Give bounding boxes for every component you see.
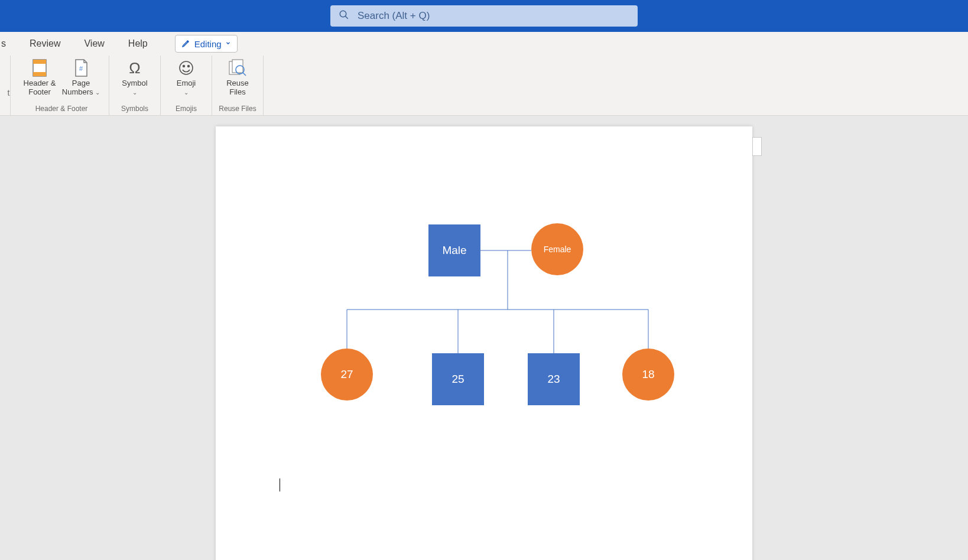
header-footer-icon bbox=[31, 58, 48, 78]
diagram-node-male-label: Male bbox=[442, 244, 466, 257]
editing-label: Editing bbox=[194, 39, 222, 49]
chevron-down-icon: ⌄ bbox=[184, 89, 189, 96]
diagram-node-23-label: 23 bbox=[547, 373, 560, 386]
diagram-node-23[interactable]: 23 bbox=[528, 353, 580, 405]
diagram-node-25[interactable]: 25 bbox=[432, 353, 484, 405]
cmd-header-footer[interactable]: Header & Footer bbox=[20, 58, 59, 97]
ribbon-commands: t Header & Footer # Page Numbers ⌄ Heade… bbox=[0, 56, 968, 116]
cmd-reuse-files[interactable]: Reuse Files bbox=[218, 58, 257, 97]
search-input[interactable] bbox=[358, 10, 629, 22]
svg-line-1 bbox=[345, 16, 348, 19]
document-area[interactable]: Male Female 27 25 23 18 bbox=[0, 116, 968, 560]
svg-rect-3 bbox=[33, 60, 46, 64]
diagram-node-18[interactable]: 18 bbox=[622, 349, 674, 401]
group-symbols-label: Symbols bbox=[109, 105, 160, 114]
search-box[interactable] bbox=[330, 5, 638, 27]
tab-help[interactable]: Help bbox=[126, 36, 150, 51]
svg-point-6 bbox=[180, 61, 193, 74]
tab-review[interactable]: Review bbox=[27, 36, 63, 51]
cmd-emoji[interactable]: Emoji⌄ bbox=[167, 58, 206, 97]
cmd-emoji-label: Emoji bbox=[177, 79, 196, 87]
group-reuse-files-label: Reuse Files bbox=[212, 105, 263, 114]
text-cursor bbox=[280, 478, 280, 491]
chevron-down-icon: ⌄ bbox=[132, 89, 137, 96]
group-emojis-label: Emojis bbox=[161, 105, 212, 114]
ribbon-tabs: s Review View Help Editing bbox=[0, 32, 968, 56]
diagram-node-25-label: 25 bbox=[451, 373, 464, 386]
page-numbers-icon: # bbox=[73, 58, 89, 78]
search-icon bbox=[339, 9, 349, 22]
page-side-tab[interactable] bbox=[752, 137, 762, 156]
svg-line-12 bbox=[243, 73, 246, 76]
reuse-files-icon bbox=[228, 58, 247, 78]
ribbon-left-edge: t bbox=[7, 56, 11, 115]
cmd-header-footer-label: Header & Footer bbox=[20, 79, 59, 97]
editing-mode-button[interactable]: Editing bbox=[175, 35, 238, 53]
tab-partial[interactable]: s bbox=[0, 36, 8, 51]
svg-point-0 bbox=[340, 11, 346, 17]
cmd-page-numbers-label: Page Numbers bbox=[62, 79, 93, 96]
cmd-reuse-files-label: Reuse Files bbox=[218, 79, 257, 97]
document-page[interactable]: Male Female 27 25 23 18 bbox=[216, 126, 752, 560]
chevron-down-icon: ⌄ bbox=[95, 89, 100, 96]
diagram-node-27-label: 27 bbox=[340, 368, 353, 381]
svg-text:#: # bbox=[79, 65, 83, 72]
group-emojis: Emoji⌄ Emojis bbox=[161, 56, 212, 115]
cmd-symbol-label: Symbol bbox=[122, 79, 147, 87]
diagram-node-female-label: Female bbox=[544, 245, 571, 254]
svg-point-8 bbox=[188, 66, 190, 67]
group-symbols: Ω Symbol⌄ Symbols bbox=[109, 56, 161, 115]
svg-rect-4 bbox=[33, 72, 46, 76]
svg-point-7 bbox=[183, 66, 185, 67]
chevron-down-icon bbox=[225, 40, 231, 47]
group-header-footer: Header & Footer # Page Numbers ⌄ Header … bbox=[14, 56, 109, 115]
group-header-footer-label: Header & Footer bbox=[14, 105, 109, 114]
diagram-node-male[interactable]: Male bbox=[428, 224, 480, 276]
diagram-canvas[interactable]: Male Female 27 25 23 18 bbox=[216, 126, 752, 540]
omega-icon: Ω bbox=[129, 58, 140, 78]
diagram-node-27[interactable]: 27 bbox=[321, 349, 373, 401]
cmd-symbol[interactable]: Ω Symbol⌄ bbox=[115, 58, 154, 97]
diagram-connectors bbox=[216, 126, 752, 540]
group-reuse-files: Reuse Files Reuse Files bbox=[212, 56, 264, 115]
diagram-node-18-label: 18 bbox=[642, 368, 654, 381]
emoji-icon bbox=[178, 58, 194, 78]
title-bar bbox=[0, 0, 968, 32]
diagram-node-female[interactable]: Female bbox=[531, 223, 583, 275]
cmd-page-numbers[interactable]: # Page Numbers ⌄ bbox=[61, 58, 100, 97]
pen-icon bbox=[181, 38, 191, 50]
tab-view[interactable]: View bbox=[82, 36, 106, 51]
